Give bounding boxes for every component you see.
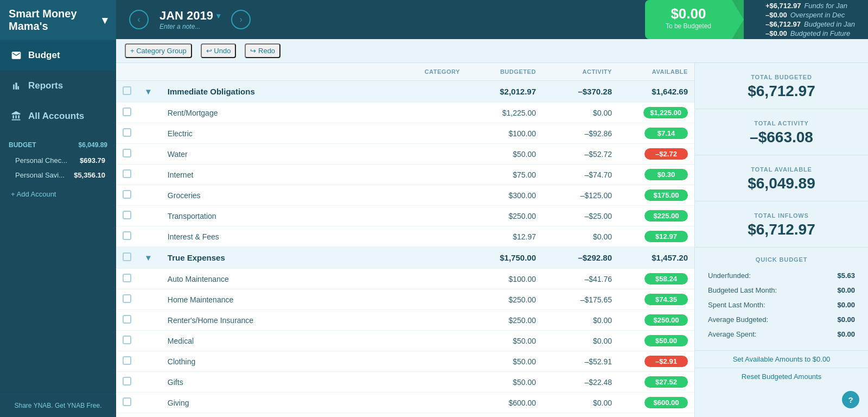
category-available-1-4[interactable]: –$2.91 [618,351,694,372]
group-caret-immediate-obligations[interactable]: ▼ [144,87,152,96]
qb-label-3: Average Budgeted: [708,315,768,324]
category-available-1-5[interactable]: $27.52 [618,372,694,393]
sidebar-item-reports-label: Reports [28,80,63,91]
rp-total-activity: TOTAL ACTIVITY –$663.08 [695,109,868,155]
category-available-0-3[interactable]: $0.30 [618,165,694,185]
category-budgeted-1-1[interactable]: $250.00 [467,289,542,310]
account-item-savings[interactable]: Personal Savi... $5,356.10 [0,168,116,182]
row-checkbox-1-0[interactable] [123,274,131,282]
category-budgeted-1-5[interactable]: $50.00 [467,372,542,393]
budget-table-area: CATEGORY BUDGETED ACTIVITY AVAILABLE ▼ I… [116,63,694,417]
sidebar-item-budget[interactable]: Budget [0,40,116,71]
to-be-budgeted-badge[interactable]: $0.00 To be Budgeted [645,0,732,39]
rp-total-budgeted-label: TOTAL BUDGETED [708,74,855,80]
category-available-0-5[interactable]: $225.00 [618,206,694,226]
group-checkbox-immediate-obligations[interactable] [123,86,131,95]
add-account-button[interactable]: + Add Account [0,185,116,204]
category-available-1-0[interactable]: $58.24 [618,269,694,289]
category-available-1-6[interactable]: $600.00 [618,393,694,413]
row-checkbox-0-0[interactable] [123,108,131,116]
add-category-group-button[interactable]: + Category Group [125,43,192,58]
category-available-1-1[interactable]: $74.35 [618,289,694,310]
table-row[interactable]: Auto Maintenance $100.00 –$41.76 $58.24 [116,269,694,289]
group-row-immediate-obligations[interactable]: ▼ Immediate Obligations $2,012.97 –$370.… [116,81,694,103]
group-available-immediate-obligations: $1,642.69 [618,81,694,103]
table-row[interactable]: Giving $600.00 $0.00 $600.00 [116,393,694,413]
table-row[interactable]: Water $50.00 –$52.72 –$2.72 [116,144,694,165]
group-checkbox-true-expenses[interactable] [123,252,131,261]
table-row[interactable]: Home Maintenance $250.00 –$175.65 $74.35 [116,289,694,310]
header: ‹ JAN 2019 ▾ Enter a note... › $0.00 To … [116,0,868,39]
category-available-1-7[interactable]: $50.00 [618,413,694,418]
brand[interactable]: Smart Money Mama's ▾ [0,0,116,40]
row-checkbox-1-1[interactable] [123,294,131,303]
quick-budget-action-0[interactable]: Set Available Amounts to $0.00 [695,350,868,368]
undo-button[interactable]: ↩ Undo [201,43,237,58]
qb-value-3: $0.00 [837,315,855,324]
account-item-checking[interactable]: Personal Chec... $693.79 [0,153,116,168]
row-checkbox-0-6[interactable] [123,231,131,240]
brand-label: Smart Money Mama's [9,8,99,33]
row-checkbox-1-3[interactable] [123,336,131,344]
table-row[interactable]: Renter's/Home Insurance $250.00 $0.00 $2… [116,310,694,331]
table-row[interactable]: Electric $100.00 –$92.86 $7.14 [116,123,694,144]
category-budgeted-1-4[interactable]: $50.00 [467,351,542,372]
category-budgeted-0-0[interactable]: $1,225.00 [467,103,542,123]
table-row[interactable]: Transportation $250.00 –$25.00 $225.00 [116,206,694,226]
category-budgeted-1-3[interactable]: $50.00 [467,331,542,351]
category-budgeted-0-4[interactable]: $300.00 [467,185,542,206]
category-budgeted-1-2[interactable]: $250.00 [467,310,542,331]
category-available-0-2[interactable]: –$2.72 [618,144,694,165]
category-available-1-2[interactable]: $250.00 [618,310,694,331]
table-row[interactable]: Rent/Mortgage $1,225.00 $0.00 $1,225.00 [116,103,694,123]
table-row[interactable]: Interest & Fees $12.97 $0.00 $12.97 [116,226,694,247]
month-title[interactable]: JAN 2019 ▾ [159,9,220,23]
group-name-true-expenses: True Expenses [161,247,467,269]
category-budgeted-1-0[interactable]: $100.00 [467,269,542,289]
row-checkbox-0-1[interactable] [123,128,131,137]
category-available-0-4[interactable]: $175.00 [618,185,694,206]
table-row[interactable]: Computer Replacement $50.00 $0.00 $50.00 [116,413,694,418]
category-budgeted-0-6[interactable]: $12.97 [467,226,542,247]
redo-button[interactable]: ↪ Redo [245,43,280,58]
row-checkbox-1-6[interactable] [123,397,131,406]
qb-value-4: $0.00 [837,330,855,338]
share-footer[interactable]: Share YNAB. Get YNAB Free. [0,394,116,417]
table-row[interactable]: Clothing $50.00 –$52.91 –$2.91 [116,351,694,372]
prev-month-button[interactable]: ‹ [129,10,149,29]
category-available-0-6[interactable]: $12.97 [618,226,694,247]
row-checkbox-0-5[interactable] [123,211,131,219]
category-budgeted-0-2[interactable]: $50.00 [467,144,542,165]
next-month-button[interactable]: › [231,10,251,29]
row-checkbox-1-2[interactable] [123,315,131,324]
category-budgeted-0-1[interactable]: $100.00 [467,123,542,144]
category-budgeted-1-7[interactable]: $50.00 [467,413,542,418]
category-budgeted-1-6[interactable]: $600.00 [467,393,542,413]
help-button[interactable]: ? [842,391,859,408]
table-row[interactable]: Gifts $50.00 –$22.48 $27.52 [116,372,694,393]
table-row[interactable]: Internet $75.00 –$74.70 $0.30 [116,165,694,185]
row-checkbox-0-3[interactable] [123,169,131,178]
category-available-1-3[interactable]: $50.00 [618,331,694,351]
table-row[interactable]: Medical $50.00 $0.00 $50.00 [116,331,694,351]
budget-header[interactable]: BUDGET $6,049.89 [0,137,116,153]
note-placeholder[interactable]: Enter a note... [159,23,200,30]
category-available-0-1[interactable]: $7.14 [618,123,694,144]
row-checkbox-0-4[interactable] [123,190,131,199]
quick-budget-action-1[interactable]: Reset Budgeted Amounts [695,368,868,385]
group-caret-true-expenses[interactable]: ▼ [144,253,152,262]
envelope-icon [11,50,22,61]
category-available-0-0[interactable]: $1,225.00 [618,103,694,123]
row-checkbox-1-5[interactable] [123,377,131,386]
sidebar-item-reports[interactable]: Reports [0,71,116,101]
sidebar-item-all-accounts[interactable]: All Accounts [0,101,116,131]
category-budgeted-0-5[interactable]: $250.00 [467,206,542,226]
prev-arrow-icon: ‹ [137,15,140,24]
row-checkbox-1-4[interactable] [123,356,131,365]
group-budgeted-true-expenses: $1,750.00 [467,247,542,269]
group-row-true-expenses[interactable]: ▼ True Expenses $1,750.00 –$292.80 $1,45… [116,247,694,269]
category-budgeted-0-3[interactable]: $75.00 [467,165,542,185]
next-arrow-icon: › [239,15,242,24]
table-row[interactable]: Groceries $300.00 –$125.00 $175.00 [116,185,694,206]
row-checkbox-0-2[interactable] [123,149,131,157]
